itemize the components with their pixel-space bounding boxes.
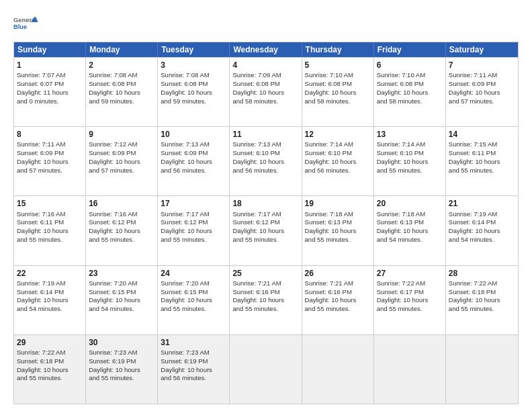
day-number: 14 [449,129,515,140]
day-info-line: Sunset: 6:17 PM [377,288,443,297]
day-number: 18 [232,198,298,209]
day-info-line: and 56 minutes. [232,167,298,175]
cal-cell-1-2: 3Sunrise: 7:08 AMSunset: 6:08 PMDaylight… [158,58,230,126]
day-info-line: Daylight: 10 hours [449,227,515,236]
cal-cell-4-1: 23Sunrise: 7:20 AMSunset: 6:15 PMDayligh… [86,266,158,334]
day-info-line: Sunrise: 7:09 AM [232,71,298,80]
day-info-line: Sunset: 6:15 PM [161,288,226,297]
day-info-line: and 55 minutes. [161,305,226,314]
day-info-line: Sunset: 6:13 PM [377,218,443,227]
day-info-line: Daylight: 10 hours [161,366,226,375]
day-info-line: Sunset: 6:19 PM [89,357,154,366]
day-number: 30 [89,337,154,348]
day-number: 26 [305,268,371,279]
day-info-line: Daylight: 10 hours [449,89,515,97]
day-info-line: Sunrise: 7:11 AM [17,140,83,149]
cal-cell-2-3: 11Sunrise: 7:13 AMSunset: 6:10 PMDayligh… [230,127,302,195]
day-info-line: Sunrise: 7:12 AM [89,140,154,149]
cal-cell-4-4: 26Sunrise: 7:21 AMSunset: 6:16 PMDayligh… [302,266,374,334]
day-info-line: Sunrise: 7:16 AM [17,210,83,219]
day-info-line: and 55 minutes. [232,236,298,244]
day-number: 10 [161,129,226,140]
day-info-line: Sunrise: 7:21 AM [232,279,298,288]
day-info-line: and 59 minutes. [89,97,154,106]
day-info-line: Sunrise: 7:13 AM [232,140,298,149]
day-info-line: Sunset: 6:10 PM [377,149,443,158]
cal-cell-1-1: 2Sunrise: 7:08 AMSunset: 6:08 PMDaylight… [86,58,158,126]
header-monday: Monday [86,42,158,57]
day-info-line: Sunset: 6:11 PM [449,149,515,158]
day-info-line: Sunrise: 7:08 AM [161,71,226,80]
day-number: 25 [232,268,298,279]
day-info-line: Sunrise: 7:21 AM [305,279,371,288]
day-info-line: Sunset: 6:08 PM [377,80,443,89]
header: General Blue [13,12,519,36]
day-number: 20 [377,198,443,209]
day-info-line: Sunrise: 7:22 AM [449,279,515,288]
day-info-line: and 54 minutes. [449,236,515,244]
day-info-line: Sunrise: 7:07 AM [17,71,83,80]
day-info-line: Daylight: 10 hours [17,227,83,236]
header-thursday: Thursday [302,42,374,57]
header-saturday: Saturday [446,42,518,57]
calendar-body: 1Sunrise: 7:07 AMSunset: 6:07 PMDaylight… [14,57,518,404]
day-info-line: Daylight: 10 hours [377,158,443,167]
day-info-line: Sunset: 6:18 PM [17,357,83,366]
day-info-line: and 54 minutes. [89,305,154,314]
day-info-line: Sunset: 6:08 PM [161,80,226,89]
day-info-line: and 58 minutes. [305,97,371,106]
day-info-line: Daylight: 10 hours [377,296,443,305]
day-info-line: Sunset: 6:16 PM [305,288,371,297]
day-info-line: Daylight: 10 hours [161,158,226,167]
day-info-line: Sunrise: 7:14 AM [377,140,443,149]
day-info-line: and 55 minutes. [17,374,83,383]
cal-cell-2-5: 13Sunrise: 7:14 AMSunset: 6:10 PMDayligh… [374,127,446,195]
day-info-line: and 55 minutes. [377,305,443,314]
day-info-line: Sunset: 6:14 PM [17,288,83,297]
cal-cell-2-2: 10Sunrise: 7:13 AMSunset: 6:09 PMDayligh… [158,127,230,195]
cal-cell-3-5: 20Sunrise: 7:18 AMSunset: 6:13 PMDayligh… [374,196,446,265]
day-info-line: Daylight: 10 hours [449,296,515,305]
day-info-line: Sunset: 6:13 PM [305,218,371,227]
day-info-line: Daylight: 10 hours [161,89,226,97]
day-info-line: and 56 minutes. [161,167,226,175]
day-info-line: and 55 minutes. [17,236,83,244]
calendar: SundayMondayTuesdayWednesdayThursdayFrid… [13,42,519,404]
cal-cell-5-4 [302,335,374,404]
cal-cell-5-0: 29Sunrise: 7:22 AMSunset: 6:18 PMDayligh… [14,335,86,404]
day-info-line: Daylight: 10 hours [89,158,154,167]
day-info-line: Sunset: 6:12 PM [89,218,154,227]
cal-cell-1-5: 6Sunrise: 7:10 AMSunset: 6:08 PMDaylight… [374,58,446,126]
week-row-2: 8Sunrise: 7:11 AMSunset: 6:09 PMDaylight… [14,126,518,195]
cal-cell-3-0: 15Sunrise: 7:16 AMSunset: 6:11 PMDayligh… [14,196,86,265]
day-number: 17 [161,198,226,209]
day-info-line: Sunset: 6:08 PM [305,80,371,89]
day-info-line: Sunrise: 7:19 AM [449,210,515,219]
cal-cell-5-2: 31Sunrise: 7:23 AMSunset: 6:19 PMDayligh… [158,335,230,404]
header-wednesday: Wednesday [230,42,302,57]
day-info-line: Daylight: 10 hours [89,227,154,236]
day-info-line: Daylight: 10 hours [89,296,154,305]
day-info-line: Sunrise: 7:23 AM [161,349,226,357]
week-row-5: 29Sunrise: 7:22 AMSunset: 6:18 PMDayligh… [14,334,518,404]
cal-cell-2-6: 14Sunrise: 7:15 AMSunset: 6:11 PMDayligh… [446,127,518,195]
cal-cell-1-0: 1Sunrise: 7:07 AMSunset: 6:07 PMDaylight… [14,58,86,126]
day-number: 5 [305,60,371,71]
day-info-line: Daylight: 10 hours [449,158,515,167]
day-number: 12 [305,129,371,140]
day-info-line: Sunrise: 7:17 AM [161,210,226,219]
day-number: 16 [89,198,154,209]
day-info-line: Sunset: 6:19 PM [161,357,226,366]
cal-cell-5-3 [230,335,302,404]
svg-text:Blue: Blue [13,24,27,30]
day-number: 4 [232,60,298,71]
cal-cell-1-6: 7Sunrise: 7:11 AMSunset: 6:09 PMDaylight… [446,58,518,126]
day-info-line: and 58 minutes. [377,97,443,106]
day-info-line: and 55 minutes. [232,305,298,314]
week-row-1: 1Sunrise: 7:07 AMSunset: 6:07 PMDaylight… [14,57,518,126]
cal-cell-4-6: 28Sunrise: 7:22 AMSunset: 6:18 PMDayligh… [446,266,518,334]
generalblue-icon: General Blue [13,12,38,36]
day-info-line: Sunset: 6:16 PM [232,288,298,297]
day-number: 21 [449,198,515,209]
day-number: 27 [377,268,443,279]
